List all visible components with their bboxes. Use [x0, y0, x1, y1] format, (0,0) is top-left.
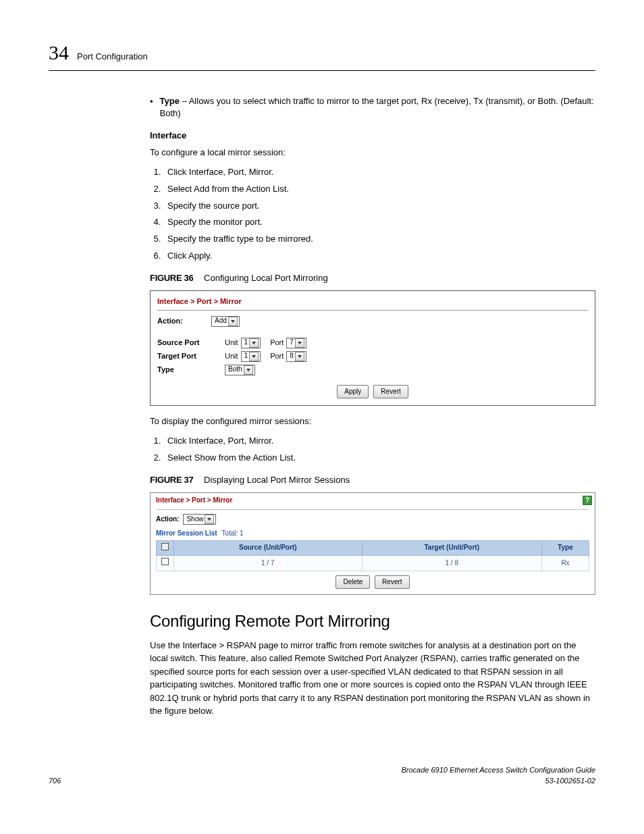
target-port-label: Target Port [157, 351, 225, 362]
chapter-number: 34 [49, 38, 69, 68]
display-steps: Click Interface, Port, Mirror. Select Sh… [150, 435, 595, 465]
guide-title: Brocade 6910 Ethernet Access Switch Conf… [401, 766, 595, 774]
select-value: Show [186, 515, 203, 525]
step-item: Specify the traffic type to be mirrored. [163, 233, 595, 246]
body-content: • Type – Allows you to select which traf… [150, 95, 595, 718]
select-value: Add [215, 316, 227, 326]
apply-button[interactable]: Apply [337, 385, 369, 399]
panel-top: Interface > Port > Mirror ? [151, 493, 595, 506]
step-item: Click Apply. [163, 250, 595, 263]
select-value: 8 [290, 351, 294, 361]
select-value: 7 [290, 338, 294, 348]
breadcrumb: Interface > Port > Mirror [157, 296, 588, 307]
delete-button[interactable]: Delete [336, 575, 370, 590]
list-title: Mirror Session List [156, 529, 217, 537]
action-label: Action: [156, 515, 179, 525]
figure37-panel: Interface > Port > Mirror ? Action: Show… [150, 492, 595, 596]
step-item: Select Show from the Action List. [163, 452, 595, 465]
bullet-text: Type – Allows you to select which traffi… [160, 95, 595, 121]
target-port-row: Target Port Unit 1 Port 8 [157, 351, 588, 362]
session-table: Source (Unit/Port) Target (Unit/Port) Ty… [156, 540, 589, 571]
select-value: 1 [244, 338, 248, 348]
type-desc: – Allows you to select which traffic to … [160, 96, 594, 119]
table-row: 1 / 7 1 / 8 Rx [157, 556, 589, 571]
step-item: Specify the source port. [163, 200, 595, 213]
page-header: 34 Port Configuration [49, 38, 595, 71]
source-unit-select[interactable]: 1 [241, 338, 261, 348]
figure-number: FIGURE 37 [150, 475, 193, 485]
button-row: Apply Revert [157, 385, 588, 399]
page-footer: 706 Brocade 6910 Ethernet Access Switch … [49, 765, 595, 787]
cell-target: 1 / 8 [362, 556, 542, 571]
chevron-down-icon [295, 352, 304, 361]
type-label: Type [157, 365, 225, 375]
step-item: Click Interface, Port, Mirror. [163, 166, 595, 179]
bullet-icon: • [150, 95, 153, 121]
chevron-down-icon [249, 352, 259, 361]
select-value: Both [228, 365, 242, 375]
configure-steps: Click Interface, Port, Mirror. Select Ad… [150, 166, 595, 263]
figure-number: FIGURE 36 [150, 273, 193, 283]
section-heading: Configuring Remote Port Mirroring [150, 610, 595, 633]
row-checkbox-cell [157, 556, 174, 571]
unit-label: Unit [225, 351, 238, 362]
step-item: Click Interface, Port, Mirror. [163, 435, 595, 448]
footer-right: Brocade 6910 Ethernet Access Switch Conf… [401, 765, 595, 787]
interface-heading: Interface [150, 130, 595, 142]
divider [156, 509, 589, 510]
chevron-down-icon [205, 515, 214, 524]
type-select[interactable]: Both [225, 365, 255, 375]
port-label: Port [270, 351, 284, 362]
interface-intro: To configure a local mirror session: [150, 147, 595, 159]
chevron-down-icon [228, 317, 238, 326]
display-intro: To display the configured mirror session… [150, 415, 595, 428]
figure36-panel: Interface > Port > Mirror Action: Add So… [150, 290, 595, 406]
section-body: Use the Interface > RSPAN page to mirror… [150, 639, 595, 718]
cell-source: 1 / 7 [174, 556, 363, 571]
cell-type: Rx [542, 556, 589, 571]
step-item: Select Add from the Action List. [163, 183, 595, 196]
target-unit-select[interactable]: 1 [241, 351, 261, 362]
list-total: Total: 1 [221, 529, 243, 537]
figure-title: Displaying Local Port Mirror Sessions [204, 475, 350, 485]
type-row: Type Both [157, 365, 588, 375]
source-port-row: Source Port Unit 1 Port 7 [157, 338, 588, 348]
col-source: Source (Unit/Port) [174, 540, 363, 556]
action-select[interactable]: Add [211, 316, 240, 327]
revert-button[interactable]: Revert [373, 385, 408, 399]
chevron-down-icon [244, 365, 253, 375]
action-row: Action: Show [156, 514, 589, 525]
figure-title: Configuring Local Port Mirroring [204, 273, 328, 283]
breadcrumb: Interface > Port > Mirror [156, 496, 232, 506]
unit-label: Unit [225, 338, 238, 348]
checkbox[interactable] [161, 558, 169, 565]
col-type: Type [542, 540, 589, 556]
figure37-caption: FIGURE 37 Displaying Local Port Mirror S… [150, 474, 595, 487]
chevron-down-icon [295, 338, 304, 348]
port-label: Port [270, 338, 284, 348]
session-list-heading: Mirror Session List Total: 1 [156, 529, 589, 539]
col-target: Target (Unit/Port) [362, 540, 542, 556]
type-bullet: • Type – Allows you to select which traf… [150, 95, 595, 121]
revert-button[interactable]: Revert [375, 575, 409, 590]
source-port-select[interactable]: 7 [286, 338, 306, 348]
divider [157, 310, 588, 311]
checkbox[interactable] [161, 543, 169, 550]
page-number: 706 [49, 776, 61, 787]
source-port-label: Source Port [157, 338, 225, 348]
action-select[interactable]: Show [183, 514, 216, 525]
button-row: Delete Revert [156, 575, 589, 590]
figure36-caption: FIGURE 36 Configuring Local Port Mirrori… [150, 272, 595, 285]
step-item: Specify the monitor port. [163, 216, 595, 229]
chapter-title: Port Configuration [77, 51, 148, 63]
select-all-header [157, 540, 174, 556]
type-label: Type [160, 96, 180, 106]
help-icon[interactable]: ? [583, 496, 592, 505]
chevron-down-icon [249, 338, 259, 348]
action-row: Action: Add [157, 316, 588, 327]
action-label: Action: [157, 316, 211, 327]
target-port-select[interactable]: 8 [286, 351, 306, 362]
select-value: 1 [244, 351, 248, 361]
doc-number: 53-1002651-02 [545, 777, 595, 785]
